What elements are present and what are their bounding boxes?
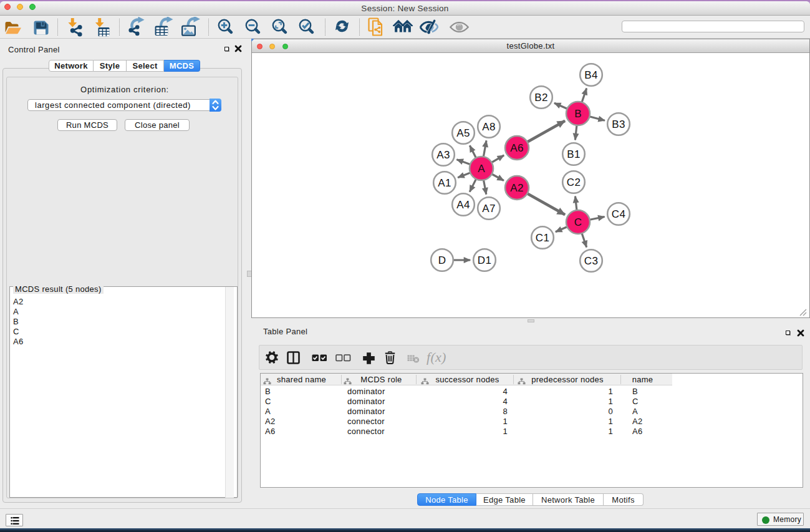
svg-text:B: B bbox=[574, 108, 582, 120]
svg-text:C4: C4 bbox=[612, 208, 625, 220]
svg-text:C2: C2 bbox=[567, 177, 581, 188]
svg-text:B3: B3 bbox=[612, 118, 625, 130]
svg-text:A1: A1 bbox=[438, 177, 451, 189]
svg-text:A7: A7 bbox=[482, 203, 495, 215]
svg-text:A2: A2 bbox=[510, 182, 523, 194]
svg-text:A5: A5 bbox=[456, 127, 470, 139]
svg-text:A8: A8 bbox=[482, 121, 495, 133]
svg-text:C: C bbox=[574, 216, 582, 228]
svg-text:A6: A6 bbox=[510, 142, 523, 154]
svg-text:B2: B2 bbox=[534, 92, 547, 104]
svg-text:B4: B4 bbox=[584, 69, 597, 81]
svg-text:C3: C3 bbox=[584, 255, 598, 267]
svg-text:D: D bbox=[438, 254, 446, 266]
svg-text:A4: A4 bbox=[456, 199, 470, 211]
svg-text:D1: D1 bbox=[478, 254, 491, 266]
svg-text:C1: C1 bbox=[536, 232, 549, 244]
svg-text:A: A bbox=[478, 163, 485, 175]
svg-text:A3: A3 bbox=[436, 149, 450, 161]
svg-text:B1: B1 bbox=[567, 148, 580, 160]
